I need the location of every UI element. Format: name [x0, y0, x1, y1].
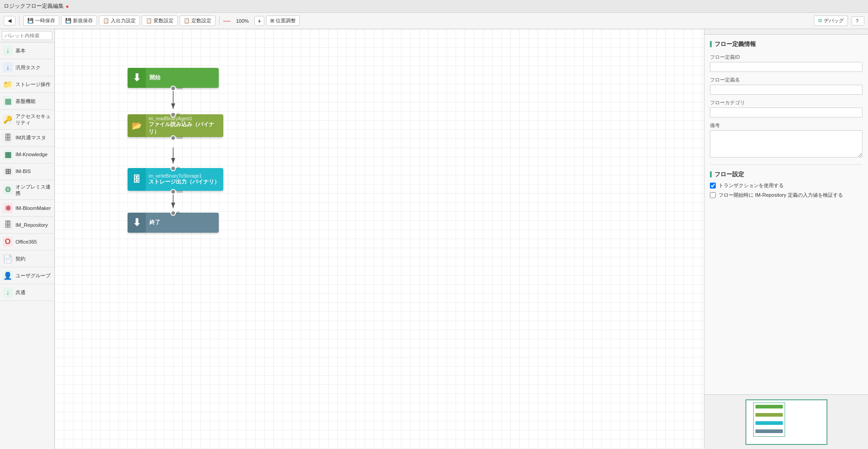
sidebar-item-keiyaku[interactable]: 📄 契約: [0, 250, 54, 267]
palette-label-keiyaku: 契約: [15, 255, 26, 262]
connector-start-out[interactable]: [170, 86, 176, 91]
palette-label-kihon: 基本: [15, 47, 26, 54]
help-button[interactable]: ?: [852, 16, 864, 26]
temp-save-button[interactable]: 💾 一時保存: [23, 15, 59, 26]
connector-end-in[interactable]: [170, 210, 176, 216]
sidebar-item-office[interactable]: O Office365: [0, 234, 54, 250]
search-input[interactable]: [2, 31, 52, 40]
node-end-icon: ⬇: [128, 213, 146, 233]
main-layout: ↓ 基本 ↓ 汎用タスク 📁 ストレージ操作 ▦ 基盤機能 🔑 アクセスセキュリ…: [0, 29, 868, 449]
connector-write-out[interactable]: [170, 189, 176, 194]
sidebar-item-storage[interactable]: 📁 ストレージ操作: [0, 76, 54, 93]
node-start[interactable]: ⬇ 開始: [128, 68, 219, 88]
back-button[interactable]: ◀: [4, 16, 15, 26]
var-settings-label: 変数設定: [154, 17, 174, 24]
node-write-binary[interactable]: 🗄 im_writeBinaryToStorage1 ストレージ出力（バイナリ）: [128, 168, 223, 191]
sidebar-item-kyoyu[interactable]: ↓ 共通: [0, 284, 54, 301]
label-start-out: out: [177, 86, 183, 90]
node-write-binary-icon: 🗄: [128, 168, 146, 191]
sidebar-item-bloom[interactable]: ❋ IM-BloomMaker: [0, 200, 54, 217]
input-flow-note[interactable]: [710, 130, 863, 158]
node-start-label: 開始: [146, 72, 164, 83]
palette-icon-knowledge: ▦: [3, 150, 13, 160]
connector-write-in[interactable]: [170, 166, 176, 171]
back-icon: ◀: [8, 18, 11, 24]
palette-label-knowledge: IM-Knowledge: [15, 151, 47, 158]
label-flow-note: 備考: [710, 122, 863, 129]
right-panel: フロー定義情報 フロー定義ID フロー定義名 フローカテゴリ 備考 フロー設定: [704, 29, 868, 449]
label-flow-id: フロー定義ID: [710, 54, 863, 61]
flow-info-title: フロー定義情報: [710, 40, 863, 48]
sidebar-item-repo[interactable]: 🗄 IM_Repository: [0, 217, 54, 234]
sidebar-item-knowledge[interactable]: ▦ IM-Knowledge: [0, 147, 54, 163]
label-end-in: in: [177, 210, 180, 215]
label-use-transaction: トランザクションを使用する: [719, 182, 784, 189]
sidebar-item-onprem[interactable]: ⚙ オンプレミス連携: [0, 180, 54, 200]
sidebar-item-access[interactable]: 🔑 アクセスセキュリティ: [0, 110, 54, 130]
connector-read-in[interactable]: [170, 112, 176, 117]
separator-1: [19, 16, 20, 26]
palette-label-kiban: 基盤機能: [15, 98, 36, 104]
canvas-area[interactable]: ⬇ 開始 out 📂 im_readBinaryAgent1 ファイル読み込み（…: [55, 29, 704, 449]
input-flow-name[interactable]: [710, 85, 863, 95]
palette-icon-kihon: ↓: [3, 46, 13, 56]
toolbar: ◀ 💾 一時保存 💾 新規保存 📋 入出力設定 📋 変数設定 📋 定数設定 — …: [0, 13, 868, 29]
palette-icon-bloom: ❋: [3, 203, 13, 213]
palette-label-onprem: オンプレミス連携: [15, 184, 51, 197]
flow-settings-title: フロー設定: [710, 170, 863, 179]
node-read-binary-sublabel: im_readBinaryAgent1: [149, 116, 221, 121]
label-write-in: in: [177, 166, 180, 170]
palette-label-access: アクセスセキュリティ: [15, 113, 51, 126]
new-save-button[interactable]: 💾 新規保存: [61, 15, 97, 26]
palette-icon-bis: ⊞: [3, 167, 13, 177]
field-flow-category: フローカテゴリ: [710, 99, 863, 117]
connector-read-out[interactable]: [170, 135, 176, 141]
toolbar-right: ⚙ デバッグ ?: [814, 15, 864, 26]
io-settings-button[interactable]: 📋 入出力設定: [99, 15, 140, 26]
modified-mark: ●: [66, 3, 69, 10]
sidebar: ↓ 基本 ↓ 汎用タスク 📁 ストレージ操作 ▦ 基盤機能 🔑 アクセスセキュリ…: [0, 29, 55, 449]
palette-icon-onprem: ⚙: [3, 185, 13, 195]
new-save-icon: 💾: [65, 18, 72, 24]
title-bar: ロジックフロー定義編集 ●: [0, 0, 868, 13]
cb-use-transaction[interactable]: [710, 183, 716, 189]
palette-icon-storage: 📁: [3, 79, 13, 89]
temp-save-icon: 💾: [27, 18, 34, 24]
sidebar-item-kiban[interactable]: ▦ 基盤機能: [0, 93, 54, 110]
field-flow-name: フロー定義名: [710, 77, 863, 95]
sidebar-item-immaster[interactable]: 🗄 IM共通マスタ: [0, 130, 54, 147]
label-read-in: in: [177, 112, 180, 117]
palette-icon-immaster: 🗄: [3, 133, 13, 143]
pos-adjust-icon: ⊞: [270, 18, 274, 24]
sidebar-item-kihon[interactable]: ↓ 基本: [0, 42, 54, 59]
palette-icon-keiyaku: 📄: [3, 254, 13, 264]
palette-label-usergroup: ユーザグループ: [15, 272, 51, 279]
node-read-binary[interactable]: 📂 im_readBinaryAgent1 ファイル読み込み（バイナリ）: [128, 114, 223, 137]
zoom-in-button[interactable]: +: [254, 16, 264, 26]
pos-adjust-button[interactable]: ⊞ 位置調整: [266, 15, 300, 26]
input-flow-id[interactable]: [710, 62, 863, 72]
label-write-out: out: [177, 189, 183, 194]
node-write-binary-sublabel: im_writeBinaryToStorage1: [149, 173, 220, 179]
mini-map-viewport: [753, 403, 785, 437]
const-settings-icon: 📋: [184, 18, 190, 24]
debug-button[interactable]: ⚙ デバッグ: [814, 15, 848, 26]
label-read-out: out: [177, 135, 183, 140]
const-settings-button[interactable]: 📋 定数設定: [180, 15, 216, 26]
palette-label-immaster: IM共通マスタ: [15, 134, 46, 141]
label-flow-category: フローカテゴリ: [710, 99, 863, 106]
input-flow-category[interactable]: [710, 107, 863, 117]
zoom-level: 100%: [232, 17, 252, 25]
sidebar-item-task[interactable]: ↓ 汎用タスク: [0, 59, 54, 76]
sidebar-item-bis[interactable]: ⊞ IM-BIS: [0, 163, 54, 180]
palette-label-storage: ストレージ操作: [15, 81, 51, 87]
cb-validate-input[interactable]: [710, 192, 716, 198]
var-settings-button[interactable]: 📋 変数設定: [142, 15, 178, 26]
panel-divider: [710, 164, 863, 165]
node-write-binary-label: ストレージ出力（バイナリ）: [149, 179, 220, 186]
palette-label-task: 汎用タスク: [15, 64, 41, 71]
palette-label-bloom: IM-BloomMaker: [15, 205, 51, 211]
sidebar-item-usergroup[interactable]: 👤 ユーザグループ: [0, 267, 54, 284]
checkbox-use-transaction: トランザクションを使用する: [710, 182, 863, 189]
field-flow-id: フロー定義ID: [710, 54, 863, 72]
